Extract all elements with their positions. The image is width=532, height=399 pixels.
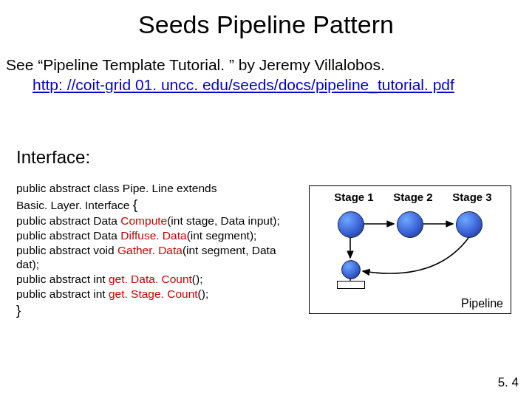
code-text: (int segment); (187, 229, 257, 242)
method-compute: Compute (120, 214, 167, 227)
code-block: public abstract class Pipe. Line extends… (16, 181, 304, 319)
code-text: (); (192, 273, 203, 285)
code-text: (int segment, Data (183, 244, 276, 256)
close-brace: } (16, 302, 21, 318)
code-text: public abstract Data (16, 229, 120, 242)
page-title: Seeds Pipeline Pattern (0, 0, 532, 39)
code-text: public abstract void (16, 244, 117, 256)
code-text: public abstract Data (16, 214, 120, 227)
intro-line1: See “Pipeline Template Tutorial. ” by Je… (6, 56, 385, 73)
open-brace: { (133, 197, 137, 212)
method-gather: Gather. Data (117, 244, 183, 256)
code-text: (int stage, Data input); (167, 214, 280, 227)
interface-heading: Interface: (0, 95, 532, 168)
diagram-box: Stage 1 Stage 2 Stage 3 (309, 185, 511, 314)
code-line: public abstract class Pipe. Line extends (16, 182, 216, 194)
intro-text: See “Pipeline Template Tutorial. ” by Je… (0, 39, 532, 95)
code-text: (); (198, 287, 209, 300)
method-getdatacount: get. Data. Count (109, 273, 192, 285)
content-columns: public abstract class Pipe. Line extends… (0, 168, 532, 329)
pipeline-diagram: Stage 1 Stage 2 Stage 3 (304, 181, 525, 329)
code-text: public abstract int (16, 273, 109, 285)
diagram-arrows (310, 186, 511, 313)
tutorial-link[interactable]: http: //coit-grid 01. uncc. edu/seeds/do… (33, 75, 454, 95)
method-diffuse: Diffuse. Data (120, 229, 186, 242)
code-line: Basic. Layer. Interface (16, 199, 133, 211)
code-line: dat); (16, 258, 39, 270)
page-number: 5. 4 (498, 375, 519, 390)
diagram-caption: Pipeline (461, 297, 503, 310)
method-getstagecount: get. Stage. Count (109, 287, 198, 300)
slide: Seeds Pipeline Pattern See “Pipeline Tem… (0, 0, 532, 399)
code-text: public abstract int (16, 287, 109, 300)
